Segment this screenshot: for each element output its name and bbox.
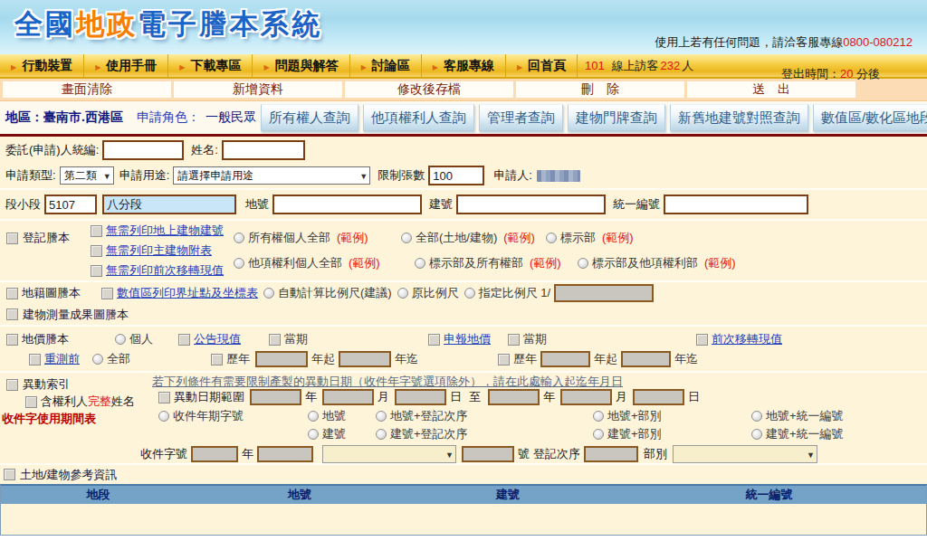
no-print-ground-building-link[interactable]: 無需列印地上建物建號 — [106, 223, 224, 239]
digital-boundary-link[interactable]: 數值區列印界址點及坐標表 — [117, 285, 258, 301]
range-start-month-input[interactable] — [322, 389, 374, 405]
land-no-uid-radio[interactable] — [751, 411, 762, 422]
nav-item-forum[interactable]: 討論區 — [350, 54, 422, 77]
custom-scale-radio[interactable] — [464, 288, 475, 299]
clear-screen-button[interactable]: 畫面清除 — [3, 81, 171, 98]
land-no-input[interactable] — [272, 195, 422, 214]
building-no-uid-radio[interactable] — [751, 429, 762, 440]
no-print-prev-transfer-link[interactable]: 無需列印前次移轉現值 — [106, 262, 224, 279]
section-name-input[interactable] — [102, 195, 236, 214]
range-end-year-input[interactable] — [488, 389, 540, 405]
reference-info-checkbox[interactable] — [4, 469, 15, 480]
limit-input[interactable] — [428, 166, 484, 185]
applicant-id-input[interactable] — [102, 140, 184, 160]
declared-year-to-input[interactable] — [621, 351, 671, 367]
announced-value-checkbox[interactable] — [178, 334, 190, 346]
receipt-word-input[interactable] — [257, 446, 313, 462]
nav-item-faq[interactable]: 問題與解答 — [253, 54, 349, 77]
declared-current-checkbox[interactable] — [508, 334, 520, 346]
declared-yearly-checkbox[interactable] — [498, 354, 510, 365]
nav-item-service-line[interactable]: 客服專線 — [422, 54, 506, 77]
save-after-edit-button[interactable]: 修改後存檔 — [345, 81, 513, 98]
land-no-reg-order-radio[interactable] — [376, 411, 387, 422]
building-survey-checkbox[interactable] — [6, 308, 18, 320]
receipt-year-input[interactable] — [191, 446, 238, 462]
prev-transfer-value-checkbox[interactable] — [696, 334, 708, 346]
example-link[interactable]: (範例) — [602, 230, 634, 246]
submit-button[interactable]: 送 出 — [687, 81, 855, 98]
year-from-input[interactable] — [255, 351, 308, 367]
range-end-day-input[interactable] — [633, 389, 684, 405]
declared-value-link[interactable]: 申報地價 — [444, 331, 491, 347]
original-scale-radio[interactable] — [397, 288, 408, 299]
auto-scale-radio[interactable] — [263, 288, 274, 299]
owner-query-button[interactable]: 所有權人查詢 — [261, 104, 358, 131]
building-no-reg-order-radio[interactable] — [376, 429, 387, 440]
all-radio[interactable] — [92, 354, 103, 365]
no-print-prev-transfer-checkbox[interactable] — [91, 265, 102, 277]
declared-year-from-input[interactable] — [540, 351, 590, 367]
digital-zone-section-query-button[interactable]: 數值區/數化區地段查詢 — [813, 104, 927, 131]
nav-item-home[interactable]: 回首頁 — [506, 54, 578, 77]
before-resurvey-checkbox[interactable] — [29, 354, 41, 365]
nav-item-downloads[interactable]: 下載專區 — [168, 54, 253, 77]
other-rights-holder-query-button[interactable]: 他項權利人查詢 — [363, 104, 474, 131]
personal-radio[interactable] — [115, 334, 126, 345]
registration-checkbox[interactable] — [6, 233, 18, 244]
digital-boundary-checkbox[interactable] — [101, 288, 113, 299]
land-no-radio[interactable] — [308, 411, 319, 422]
no-print-main-building-link[interactable]: 無需列印主建物附表 — [106, 242, 212, 259]
other-rights-personal-all-radio[interactable] — [234, 258, 244, 269]
before-resurvey-link[interactable]: 重測前 — [44, 351, 80, 367]
marking-part-radio[interactable] — [546, 233, 557, 243]
no-print-ground-building-checkbox[interactable] — [91, 225, 102, 237]
holder-full-name-checkbox[interactable] — [25, 396, 37, 408]
change-index-checkbox[interactable] — [6, 379, 18, 391]
yearly-checkbox[interactable] — [211, 354, 223, 365]
range-start-day-input[interactable] — [395, 389, 446, 405]
uid-input[interactable] — [664, 195, 808, 214]
category-select[interactable] — [673, 445, 817, 463]
receipt-period-table-link[interactable]: 收件字使用期間表 — [0, 411, 152, 429]
nav-item-mobile[interactable]: 行動裝置 — [0, 54, 84, 77]
building-no-category-radio[interactable] — [593, 429, 604, 440]
no-print-main-building-checkbox[interactable] — [91, 245, 102, 257]
custom-scale-input[interactable] — [554, 284, 654, 302]
range-start-year-input[interactable] — [250, 389, 301, 405]
old-new-number-query-button[interactable]: 新舊地建號對照查詢 — [670, 104, 808, 131]
building-no-input[interactable] — [456, 195, 606, 214]
apply-usage-select[interactable]: 請選擇申請用途 — [173, 166, 370, 185]
example-link[interactable]: (範例) — [704, 255, 736, 271]
nav-item-manual[interactable]: 使用手冊 — [84, 54, 168, 77]
section-code-input[interactable] — [44, 195, 97, 214]
owner-personal-all-radio[interactable] — [234, 233, 244, 243]
example-link[interactable]: (範例) — [349, 255, 380, 271]
example-link[interactable]: (範例) — [337, 230, 368, 246]
building-address-query-button[interactable]: 建物門牌查詢 — [568, 104, 665, 131]
marking-and-ownership-radio[interactable] — [415, 258, 425, 269]
applicant-name-input[interactable] — [222, 140, 305, 160]
prev-transfer-value-link[interactable]: 前次移轉現值 — [712, 331, 782, 347]
add-data-button[interactable]: 新增資料 — [174, 81, 342, 98]
manager-query-button[interactable]: 管理者查詢 — [479, 104, 563, 131]
apply-type-select[interactable]: 第二類 — [60, 166, 114, 185]
current-period-checkbox[interactable] — [269, 334, 281, 346]
delete-button[interactable]: 刪 除 — [516, 81, 684, 98]
range-end-month-input[interactable] — [560, 389, 612, 405]
year-to-input[interactable] — [339, 351, 391, 367]
land-value-checkbox[interactable] — [6, 334, 18, 346]
cadastral-checkbox[interactable] — [6, 288, 18, 299]
receipt-serial-input[interactable] — [462, 446, 514, 462]
receipt-word-select[interactable] — [322, 445, 456, 463]
marking-and-other-rights-radio[interactable] — [578, 258, 588, 269]
land-no-category-radio[interactable] — [593, 411, 604, 422]
receipt-year-no-radio[interactable] — [158, 411, 169, 422]
example-link[interactable]: (範例) — [503, 230, 535, 246]
reg-order-input[interactable] — [584, 446, 638, 462]
example-link[interactable]: (範例) — [530, 255, 561, 271]
building-no-radio[interactable] — [308, 429, 319, 440]
all-land-building-radio[interactable] — [401, 233, 412, 243]
declared-value-checkbox[interactable] — [428, 334, 440, 346]
announced-value-link[interactable]: 公告現值 — [194, 331, 241, 347]
change-date-range-checkbox[interactable] — [158, 392, 170, 403]
